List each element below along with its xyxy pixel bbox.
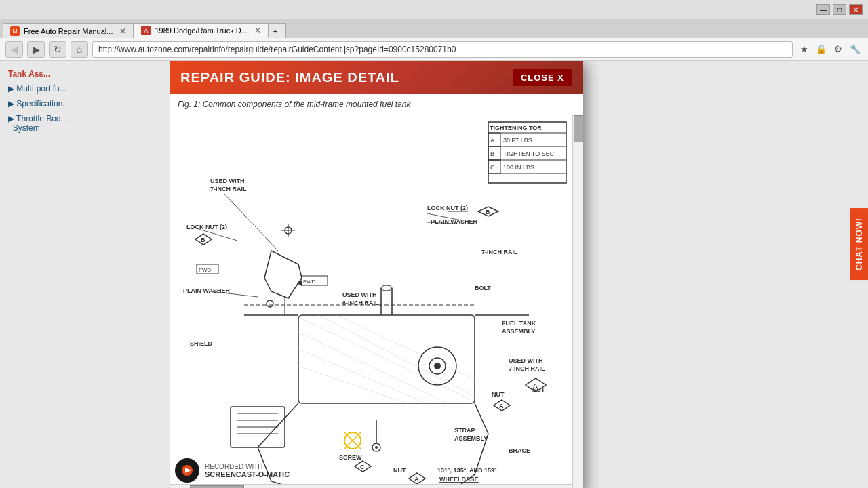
- svg-point-71: [434, 363, 441, 369]
- svg-text:NUT: NUT: [492, 391, 505, 398]
- svg-text:BRACE: BRACE: [509, 447, 530, 454]
- forward-btn[interactable]: ▶: [27, 41, 45, 58]
- svg-text:7-INCH RAIL: 7-INCH RAIL: [509, 365, 545, 372]
- svg-text:SCREW: SCREW: [339, 454, 362, 461]
- tab-label-1: Free Auto Repair Manual...: [24, 27, 113, 35]
- svg-text:WHEELBASE: WHEELBASE: [439, 476, 479, 483]
- svg-text:7-INCH RAIL: 7-INCH RAIL: [481, 249, 518, 256]
- modal-header: REPAIR GUIDE: IMAGE DETAIL CLOSE X: [170, 61, 583, 94]
- svg-text:PLAIN WASHER: PLAIN WASHER: [431, 218, 478, 225]
- sidebar-link-2[interactable]: ▶ Specification...: [8, 99, 69, 108]
- page-content: Tank Ass... ▶ Multi-port fu... ▶ Specifi…: [0, 61, 868, 488]
- sidebar-item-1[interactable]: ▶ Multi-port fu...: [0, 81, 170, 96]
- svg-text:NUT: NUT: [393, 467, 406, 474]
- svg-text:TIGHTEN TO SEC: TIGHTEN TO SEC: [503, 150, 555, 157]
- diagram-svg: TIGHTENING TOR A 30 FT LBS B TIGHTEN TO …: [170, 115, 583, 488]
- svg-text:TIGHTENING TOR: TIGHTENING TOR: [490, 125, 542, 131]
- minimize-btn[interactable]: —: [816, 4, 830, 15]
- maximize-btn[interactable]: □: [833, 4, 846, 15]
- svg-text:7-INCH RAIL: 7-INCH RAIL: [210, 186, 247, 192]
- recorded-with-text: RECORDED WITH: [205, 463, 290, 470]
- svg-text:USED WITH: USED WITH: [509, 357, 543, 364]
- tab-close-1[interactable]: ✕: [119, 26, 126, 36]
- repair-guide-modal: REPAIR GUIDE: IMAGE DETAIL CLOSE X Fig. …: [170, 61, 583, 488]
- sidebar-item-2[interactable]: ▶ Specification...: [0, 96, 170, 111]
- modal-overlay: REMOVAL & INSTALLATION REPAIR GUIDE: IMA…: [170, 61, 868, 488]
- new-tab-icon: +: [273, 27, 277, 35]
- title-bar: — □ ✕: [0, 0, 868, 19]
- tab-bar: M Free Auto Repair Manual... ✕ A 1989 Do…: [0, 19, 868, 38]
- svg-text:30 FT LBS: 30 FT LBS: [503, 137, 532, 144]
- vertical-scrollbar[interactable]: [572, 115, 583, 488]
- scroll-thumb-vertical[interactable]: [574, 115, 583, 142]
- tab-favicon-2: A: [141, 26, 151, 35]
- url-text: http://www.autozone.com/repairinfo/repai…: [98, 45, 456, 54]
- svg-text:FWD: FWD: [303, 279, 315, 285]
- security-icon[interactable]: 🔒: [814, 42, 829, 57]
- tab-label-2: 1989 Dodge/Ram Truck D...: [155, 26, 247, 35]
- svg-text:B: B: [201, 237, 205, 243]
- screencast-icon: [175, 458, 199, 483]
- tab-dodge[interactable]: A 1989 Dodge/Ram Truck D... ✕: [134, 23, 268, 38]
- sidebar: Tank Ass... ▶ Multi-port fu... ▶ Specifi…: [0, 61, 170, 488]
- svg-text:A: A: [414, 476, 419, 483]
- tab-free-auto[interactable]: M Free Auto Repair Manual... ✕: [3, 23, 134, 38]
- window-controls[interactable]: — □ ✕: [816, 4, 863, 15]
- figure-caption: Fig. 1: Common components of the mid-fra…: [170, 94, 583, 115]
- svg-text:STRAP: STRAP: [454, 427, 475, 434]
- svg-text:LOCK NUT (2): LOCK NUT (2): [427, 205, 468, 211]
- close-window-btn[interactable]: ✕: [849, 4, 863, 15]
- sidebar-link-1[interactable]: ▶ Multi-port fu...: [8, 84, 66, 94]
- svg-text:USED WITH: USED WITH: [210, 178, 245, 184]
- tab-favicon-1: M: [10, 26, 20, 36]
- nav-bar: ◀ ▶ ↻ ⌂ http://www.autozone.com/repairin…: [0, 38, 868, 61]
- chat-now-button[interactable]: CHAT NOW!: [850, 208, 868, 280]
- svg-text:FWD: FWD: [199, 267, 211, 273]
- svg-text:LOCK NUT (2): LOCK NUT (2): [186, 224, 227, 230]
- svg-text:A: A: [499, 403, 504, 409]
- svg-point-84: [375, 446, 378, 449]
- diagram-container: TIGHTENING TOR A 30 FT LBS B TIGHTEN TO …: [170, 115, 583, 488]
- svg-text:BOLT: BOLT: [475, 285, 491, 291]
- address-bar[interactable]: http://www.autozone.com/repairinfo/repai…: [92, 41, 793, 58]
- tab-close-2[interactable]: ✕: [254, 26, 261, 35]
- scroll-thumb-horizontal[interactable]: [190, 485, 244, 488]
- svg-text:B: B: [490, 150, 494, 157]
- tab-new[interactable]: +: [269, 23, 286, 38]
- svg-text:NUT: NUT: [532, 386, 545, 393]
- refresh-btn[interactable]: ↻: [49, 41, 66, 58]
- svg-text:100 IN LBS: 100 IN LBS: [503, 164, 534, 171]
- sidebar-current-section: Tank Ass...: [0, 66, 170, 81]
- tools-icon[interactable]: ⚙: [831, 42, 846, 57]
- browser-nav-icons: ★ 🔒 ⚙ 🔧: [797, 42, 863, 57]
- svg-text:FUEL TANK: FUEL TANK: [502, 320, 536, 327]
- sidebar-link-3[interactable]: ▶ Throttle Boo... System: [8, 114, 68, 133]
- close-button[interactable]: CLOSE X: [513, 69, 572, 86]
- recording-badge: RECORDED WITH SCREENCAST-O-MATIC: [175, 458, 290, 483]
- svg-text:B: B: [486, 209, 490, 216]
- modal-title: REPAIR GUIDE: IMAGE DETAIL: [180, 70, 399, 85]
- svg-text:SHIELD: SHIELD: [190, 340, 213, 347]
- svg-text:ASSEMBLY: ASSEMBLY: [454, 435, 488, 442]
- screencast-logo: RECORDED WITH SCREENCAST-O-MATIC: [205, 463, 290, 479]
- svg-text:131°, 135°, AND 159°: 131°, 135°, AND 159°: [437, 467, 497, 474]
- svg-text:A: A: [490, 137, 494, 144]
- bookmark-icon[interactable]: ★: [797, 42, 812, 57]
- svg-text:ASSEMBLY: ASSEMBLY: [502, 328, 535, 335]
- svg-text:C: C: [490, 164, 495, 171]
- extensions-icon[interactable]: 🔧: [848, 42, 863, 57]
- back-btn[interactable]: ◀: [5, 41, 23, 58]
- modal-body: Fig. 1: Common components of the mid-fra…: [170, 94, 583, 488]
- horizontal-scrollbar[interactable]: [170, 484, 572, 488]
- svg-text:USED WITH: USED WITH: [342, 291, 377, 298]
- screencast-text: SCREENCAST-O-MATIC: [205, 470, 290, 479]
- sidebar-item-3[interactable]: ▶ Throttle Boo... System: [0, 111, 170, 136]
- home-btn[interactable]: ⌂: [71, 41, 88, 58]
- svg-text:C: C: [360, 464, 365, 470]
